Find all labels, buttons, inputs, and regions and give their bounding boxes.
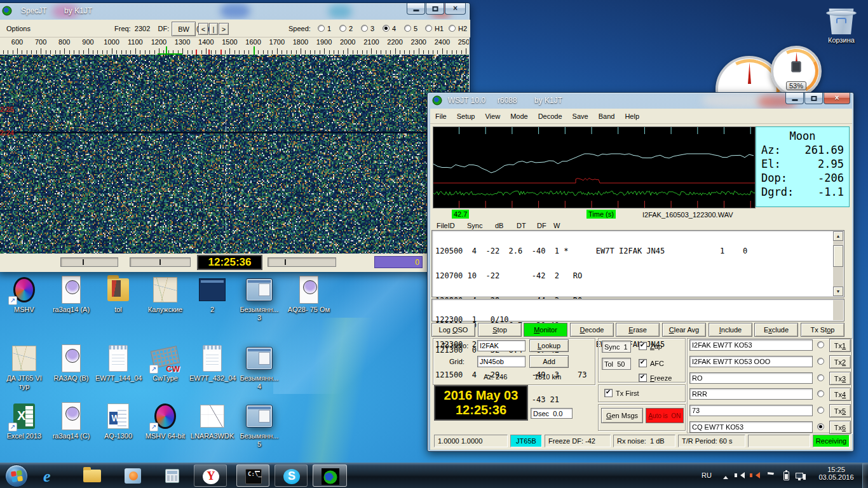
auto-on-button[interactable]: Auto is ON (646, 408, 684, 423)
decode-scrollbar[interactable] (833, 231, 843, 296)
menu-save[interactable]: Save (567, 111, 593, 122)
taskbar-wsjt[interactable] (313, 464, 347, 487)
tx-message-6-input[interactable]: CQ EW7T KO53 (689, 421, 813, 433)
gain-slider[interactable] (60, 257, 118, 267)
taskbar-media-player[interactable] (123, 467, 142, 485)
log-qso-button[interactable]: Log QSO (431, 323, 475, 337)
desktop-icon-aq1300[interactable]: AQ-1300 (95, 402, 141, 440)
tx5-radio[interactable] (817, 407, 824, 414)
add-button[interactable]: Add (529, 355, 569, 368)
zero-slider[interactable] (130, 257, 191, 267)
scroll-up-icon[interactable] (833, 231, 843, 241)
waterfall-canvas[interactable] (0, 55, 469, 254)
signal-graph-canvas[interactable] (433, 126, 756, 208)
gen-msgs-button[interactable]: Gen Msgs (601, 408, 643, 423)
tx-first-checkbox[interactable] (604, 389, 613, 397)
maximize-button[interactable] (426, 3, 444, 15)
desktop-icon-lnara3wdk[interactable]: LNARA3WDK (189, 402, 235, 440)
speed-radio-h1[interactable] (425, 25, 432, 32)
menu-file[interactable]: File (430, 111, 452, 122)
speed-radio-1[interactable] (318, 25, 325, 32)
menu-decode[interactable]: Decode (533, 111, 567, 122)
avg-decode-output[interactable]: 122300 1 0/10 122300 2 4/27 EW7T I2FAK J… (431, 299, 844, 322)
muted-volume-icon[interactable] (752, 472, 760, 478)
to-radio-input[interactable]: I2FAK (477, 340, 526, 351)
freq-center-button[interactable]: | (209, 23, 218, 35)
desktop-icon-bezymyann-5[interactable]: Безымянн... 5 (236, 402, 282, 449)
close-button[interactable] (824, 93, 850, 104)
desktop-icon-aq28-75om[interactable]: AQ28- 75 Ом (286, 276, 332, 314)
tx-message-2-input[interactable]: I2FAK EW7T KO53 OOO (689, 356, 813, 367)
desktop-icon-mshv64[interactable]: MSHV 64-bit (142, 402, 188, 440)
freq-next-button[interactable]: > (219, 23, 229, 35)
lookup-button[interactable]: Lookup (529, 339, 569, 352)
tx6-radio[interactable] (817, 423, 824, 430)
monitor-button[interactable]: Monitor (524, 323, 567, 337)
tx-message-5-input[interactable]: 73 (689, 405, 813, 416)
action-center-icon[interactable] (768, 472, 774, 477)
network-icon[interactable] (796, 473, 803, 478)
maximize-button[interactable] (804, 93, 823, 104)
tx-message-4-input[interactable]: RRR (689, 388, 813, 400)
tx1-button[interactable]: Tx1 (829, 339, 851, 352)
desktop-icon-bezymyann-3[interactable]: Безымянн... 3 (236, 276, 282, 322)
scrollbar-thumb[interactable] (833, 245, 843, 267)
tray-clock[interactable]: 15:25 03.05.2016 (812, 466, 860, 481)
volume-icon[interactable] (737, 472, 745, 478)
tol-field[interactable]: Tol 50 (602, 358, 631, 370)
speed-radio-h2[interactable] (449, 25, 456, 32)
tx-stop-button[interactable]: Tx Stop (801, 323, 844, 337)
minimize-button[interactable] (407, 3, 425, 15)
close-button[interactable] (445, 3, 466, 15)
taskbar-yandex-browser[interactable] (194, 464, 227, 487)
desktop-icon-kaluzhskie[interactable]: Калужские (142, 276, 188, 314)
tx-message-1-input[interactable]: I2FAK EW7T KO53 (689, 339, 813, 351)
menu-view[interactable]: View (480, 111, 505, 122)
erase-button[interactable]: Erase (616, 323, 660, 337)
battery-icon[interactable] (783, 471, 789, 480)
freq-prev-button[interactable]: < (198, 23, 208, 35)
tx4-button[interactable]: Tx4 (829, 388, 851, 401)
desktop-icon-excel[interactable]: Excel 2013 (1, 402, 47, 440)
memory-gauge[interactable]: 53% (771, 46, 822, 97)
desktop-icon-cwtype[interactable]: CwType (142, 344, 188, 383)
taskbar-command-prompt[interactable] (236, 464, 269, 487)
stop-button[interactable]: Stop (478, 323, 522, 337)
menu-setup[interactable]: Setup (452, 111, 480, 122)
tx5-button[interactable]: Tx5 (829, 404, 851, 417)
taskbar-explorer[interactable] (83, 467, 102, 485)
freeze-checkbox[interactable] (639, 374, 647, 382)
speed-radio-2[interactable] (339, 25, 346, 32)
sync-field[interactable]: Sync 1 (602, 341, 631, 353)
taskbar-skype[interactable] (275, 464, 308, 487)
afc-checkbox[interactable] (639, 359, 647, 367)
slider-thumb[interactable] (285, 259, 286, 265)
desktop-icon-ew7t-144[interactable]: EW7T_144_04 (95, 344, 141, 383)
tx3-button[interactable]: Tx3 (829, 372, 851, 385)
clear-avg-button[interactable]: Clear Avg (662, 323, 706, 337)
desktop-icon-ew7t-432[interactable]: EW7T_432_04 (189, 344, 235, 383)
grid-input[interactable]: JN45ob (477, 356, 526, 367)
taskbar-internet-explorer[interactable] (43, 467, 62, 485)
show-desktop-button[interactable] (862, 463, 868, 488)
tx6-button[interactable]: Tx6 (829, 421, 851, 434)
menu-band[interactable]: Band (593, 111, 620, 122)
include-button[interactable]: Include (709, 323, 752, 337)
minimize-button[interactable] (785, 93, 804, 104)
avg-scrollbar[interactable] (833, 300, 843, 320)
language-indicator[interactable]: RU (702, 471, 712, 479)
start-button[interactable] (5, 464, 28, 487)
desktop-icon-2[interactable]: 2 (189, 276, 235, 314)
exclude-button[interactable]: Exclude (754, 323, 798, 337)
specjt-titlebar[interactable]: SpecJT by K1JT (0, 3, 470, 19)
speed-radio-5[interactable] (404, 25, 411, 32)
bw-button[interactable]: BW (172, 22, 196, 36)
speed-radio-3[interactable] (361, 25, 368, 32)
tx3-radio[interactable] (817, 374, 824, 381)
desktop-icon-bezymyann-4[interactable]: Безымянн... 4 (236, 344, 282, 391)
tray-expand-icon[interactable] (723, 473, 728, 479)
menu-mode[interactable]: Mode (505, 111, 533, 122)
desktop-icon-da-jt65[interactable]: ДА JT65 VI тур (1, 344, 47, 391)
tx1-radio[interactable] (817, 341, 824, 348)
desktop-icon-ra3aq14-c[interactable]: ra3aq14 (C) (48, 402, 94, 440)
